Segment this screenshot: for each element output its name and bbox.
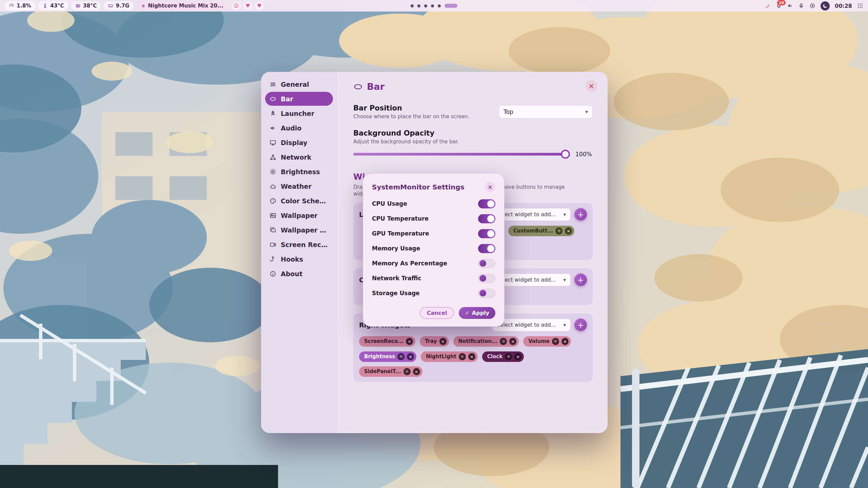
- sidebar-item-audio[interactable]: Audio: [265, 121, 333, 135]
- widget-chip-tray[interactable]: Tray×: [420, 336, 449, 347]
- screen-record-button[interactable]: [809, 3, 815, 9]
- sidebar-item-weather[interactable]: Weather: [265, 179, 333, 193]
- emoji-button[interactable]: ☺: [232, 1, 241, 10]
- sidebar-item-wallpaper-selector[interactable]: Wallpaper Selector: [265, 223, 333, 237]
- sidebar-item-bar[interactable]: Bar: [265, 92, 333, 106]
- like-button[interactable]: ♥: [255, 1, 264, 10]
- add-widget-button[interactable]: +: [574, 273, 587, 286]
- sidebar-item-launcher[interactable]: Launcher: [265, 106, 333, 120]
- cpu-usage-stat[interactable]: 1.8%: [5, 1, 35, 10]
- toggle-switch-storage-usage[interactable]: [478, 289, 495, 298]
- sidebar-item-label: Screen Recorder: [281, 241, 329, 248]
- workspace-indicator[interactable]: [411, 4, 457, 8]
- chip-label: Volume: [528, 338, 550, 344]
- color-picker-button[interactable]: [765, 3, 771, 9]
- widget-chip-sidepanelt[interactable]: SidePanelT...×: [359, 366, 422, 377]
- opacity-slider[interactable]: [353, 149, 569, 159]
- widget-chip-custombutt[interactable]: CustomButt...×: [508, 226, 574, 236]
- media-widget[interactable]: Nightcore Music Mix 20...: [137, 1, 228, 10]
- widget-settings-button[interactable]: [403, 368, 411, 375]
- workspace-dot[interactable]: [438, 4, 441, 7]
- widget-remove-button[interactable]: ×: [413, 368, 420, 375]
- widget-chip-brightness[interactable]: Brightness×: [359, 351, 416, 362]
- workspace-dot[interactable]: [431, 4, 434, 7]
- chip-label: CustomButt...: [513, 228, 553, 234]
- widget-remove-button[interactable]: ×: [406, 338, 413, 345]
- toggle-list: CPU UsageCPU TemperatureGPU TemperatureM…: [372, 196, 495, 301]
- widget-chip-screenreco[interactable]: ScreenReco...×: [359, 336, 415, 347]
- widget-remove-button[interactable]: ×: [468, 353, 475, 360]
- add-widget-button[interactable]: +: [574, 208, 587, 221]
- toggle-switch-gpu-temperature[interactable]: [478, 229, 495, 238]
- dialog-close-button[interactable]: ×: [485, 182, 495, 192]
- apply-button[interactable]: ✓ Apply: [459, 307, 495, 319]
- toggle-switch-memory-usage[interactable]: [478, 244, 495, 253]
- toggle-knob: [487, 215, 494, 222]
- toggle-switch-cpu-usage[interactable]: [478, 199, 495, 208]
- ram-icon: [108, 3, 113, 8]
- add-widget-button[interactable]: +: [574, 319, 587, 331]
- cpu-temperature-stat[interactable]: 43°C: [38, 1, 68, 10]
- page-title: Bar: [367, 81, 384, 92]
- widget-chip-notification[interactable]: Notification...×: [453, 336, 519, 347]
- widget-chip-nightlight[interactable]: NightLight×: [421, 351, 478, 362]
- widget-settings-button[interactable]: [505, 353, 512, 360]
- toggle-knob: [479, 290, 486, 297]
- status-icons: 10: [765, 1, 830, 11]
- widget-remove-button[interactable]: ×: [439, 338, 447, 345]
- clock[interactable]: 00:28: [835, 3, 852, 9]
- widget-remove-button[interactable]: ×: [565, 227, 572, 235]
- sidebar-item-label: Network: [281, 154, 311, 161]
- workspace-dot[interactable]: [417, 4, 420, 7]
- mic-icon: [798, 3, 804, 9]
- widget-settings-button[interactable]: [552, 338, 559, 345]
- sidebar-item-hooks[interactable]: Hooks: [265, 252, 333, 266]
- gear-icon: [557, 229, 561, 233]
- microphone-button[interactable]: [798, 3, 804, 9]
- sidebar-item-screen-recorder[interactable]: Screen Recorder: [265, 238, 333, 251]
- chip-label: Brightness: [364, 353, 395, 360]
- sidebar-item-display[interactable]: Display: [265, 136, 333, 149]
- notifications-button[interactable]: 10: [776, 3, 782, 9]
- bar-position-dropdown[interactable]: Top ▾: [499, 105, 593, 119]
- widget-settings-button[interactable]: [500, 338, 507, 345]
- sidebar-item-brightness[interactable]: Brightness: [265, 165, 333, 179]
- quick-buttons: ☺♥♥: [232, 1, 264, 10]
- memory-usage-stat[interactable]: 9.7G: [104, 1, 133, 10]
- widget-remove-button[interactable]: ×: [514, 353, 521, 360]
- widget-remove-button[interactable]: ×: [509, 338, 516, 345]
- sidebar-item-about[interactable]: About: [265, 267, 333, 281]
- widget-chip-clock[interactable]: Clock×: [482, 351, 524, 362]
- toggle-label: Network Traffic: [372, 275, 421, 282]
- toggle-switch-cpu-temperature[interactable]: [478, 214, 495, 223]
- volume-button[interactable]: [787, 3, 793, 9]
- widget-remove-button[interactable]: ×: [561, 338, 569, 345]
- gpu-temperature-stat[interactable]: 38°C: [71, 1, 101, 10]
- workspace-active-pill[interactable]: [445, 4, 457, 8]
- toggle-label: CPU Temperature: [372, 215, 429, 222]
- widget-settings-button[interactable]: [397, 353, 405, 360]
- gear-icon: [460, 354, 464, 359]
- workspace-dot[interactable]: [411, 4, 414, 7]
- apps-grid-icon[interactable]: [857, 3, 863, 9]
- slider-knob[interactable]: [561, 149, 570, 159]
- workspace-dot[interactable]: [424, 4, 427, 7]
- sidebar-item-wallpaper[interactable]: Wallpaper: [265, 208, 333, 222]
- sidebar-item-color-scheme[interactable]: Color Scheme: [265, 194, 333, 208]
- window-close-button[interactable]: ×: [585, 80, 597, 92]
- sidebar-item-network[interactable]: Network: [265, 150, 333, 164]
- dropdown-value: Top: [504, 108, 513, 115]
- toggle-switch-memory-as-percentage[interactable]: [478, 259, 495, 268]
- widget-settings-button[interactable]: [459, 353, 466, 360]
- widget-settings-button[interactable]: [555, 227, 563, 235]
- cancel-button[interactable]: Cancel: [420, 307, 454, 319]
- toggle-switch-network-traffic[interactable]: [478, 274, 495, 283]
- thermometer-icon: [42, 3, 48, 8]
- favorite-button[interactable]: ♥: [243, 1, 252, 10]
- widget-chip-volume[interactable]: Volume×: [523, 336, 571, 347]
- widget-remove-button[interactable]: ×: [407, 353, 414, 360]
- pause-icon[interactable]: [141, 3, 146, 8]
- night-mode-button[interactable]: [821, 1, 830, 11]
- check-icon: ✓: [465, 310, 469, 316]
- sidebar-item-general[interactable]: General: [265, 77, 333, 91]
